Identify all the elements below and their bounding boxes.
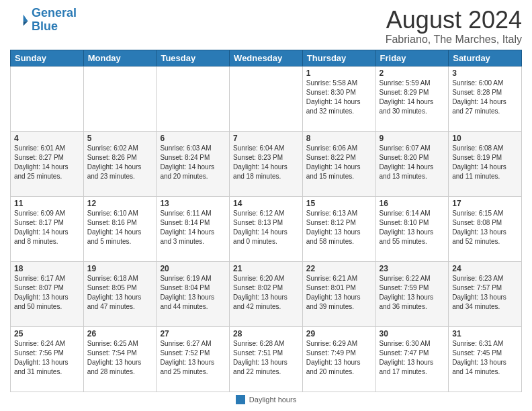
day-info: Sunrise: 6:30 AM Sunset: 7:47 PM Dayligh…	[380, 339, 445, 377]
svg-marker-0	[24, 14, 28, 21]
calendar-cell: 16Sunrise: 6:14 AM Sunset: 8:10 PM Dayli…	[375, 196, 449, 261]
title-block: August 2024 Fabriano, The Marches, Italy	[386, 7, 522, 46]
day-info: Sunrise: 6:12 AM Sunset: 8:13 PM Dayligh…	[233, 209, 299, 246]
day-number: 9	[380, 134, 445, 143]
header-row: SundayMondayTuesdayWednesdayThursdayFrid…	[11, 50, 522, 66]
day-of-week-header: Tuesday	[157, 50, 230, 66]
day-number: 17	[452, 199, 518, 208]
calendar-cell: 6Sunrise: 6:03 AM Sunset: 8:24 PM Daylig…	[157, 131, 230, 196]
calendar-cell: 21Sunrise: 6:20 AM Sunset: 8:02 PM Dayli…	[230, 261, 303, 326]
day-info: Sunrise: 6:00 AM Sunset: 8:28 PM Dayligh…	[452, 79, 518, 116]
calendar-cell: 20Sunrise: 6:19 AM Sunset: 8:04 PM Dayli…	[157, 261, 230, 326]
day-info: Sunrise: 6:09 AM Sunset: 8:17 PM Dayligh…	[14, 209, 80, 246]
calendar-cell	[157, 66, 230, 131]
day-number: 2	[380, 68, 445, 78]
calendar-cell: 24Sunrise: 6:23 AM Sunset: 7:57 PM Dayli…	[449, 261, 522, 326]
calendar-cell: 5Sunrise: 6:02 AM Sunset: 8:26 PM Daylig…	[83, 131, 157, 196]
calendar-cell: 8Sunrise: 6:06 AM Sunset: 8:22 PM Daylig…	[302, 131, 375, 196]
calendar-week-row: 11Sunrise: 6:09 AM Sunset: 8:17 PM Dayli…	[11, 196, 522, 261]
day-info: Sunrise: 6:01 AM Sunset: 8:27 PM Dayligh…	[14, 144, 80, 181]
day-number: 22	[306, 264, 372, 273]
day-number: 24	[452, 264, 518, 273]
day-info: Sunrise: 6:14 AM Sunset: 8:10 PM Dayligh…	[380, 209, 445, 246]
day-number: 26	[87, 329, 153, 338]
day-number: 4	[14, 134, 80, 143]
calendar-week-row: 25Sunrise: 6:24 AM Sunset: 7:56 PM Dayli…	[11, 326, 522, 392]
daylight-swatch	[236, 395, 245, 404]
svg-marker-1	[24, 21, 28, 26]
day-info: Sunrise: 5:59 AM Sunset: 8:29 PM Dayligh…	[380, 79, 445, 116]
day-number: 14	[233, 199, 299, 208]
calendar-week-row: 18Sunrise: 6:17 AM Sunset: 8:07 PM Dayli…	[11, 261, 522, 326]
calendar-cell: 9Sunrise: 6:07 AM Sunset: 8:20 PM Daylig…	[375, 131, 449, 196]
calendar-cell: 11Sunrise: 6:09 AM Sunset: 8:17 PM Dayli…	[11, 196, 84, 261]
day-info: Sunrise: 6:18 AM Sunset: 8:05 PM Dayligh…	[87, 274, 153, 312]
day-number: 7	[233, 134, 299, 143]
calendar-cell: 26Sunrise: 6:25 AM Sunset: 7:54 PM Dayli…	[83, 326, 157, 392]
calendar-cell	[230, 66, 303, 131]
day-of-week-header: Sunday	[11, 50, 84, 66]
day-info: Sunrise: 6:08 AM Sunset: 8:19 PM Dayligh…	[452, 144, 518, 181]
logo-line2: Blue	[32, 19, 58, 33]
calendar-cell: 18Sunrise: 6:17 AM Sunset: 8:07 PM Dayli…	[11, 261, 84, 326]
calendar-cell: 13Sunrise: 6:11 AM Sunset: 8:14 PM Dayli…	[157, 196, 230, 261]
calendar-cell: 23Sunrise: 6:22 AM Sunset: 7:59 PM Dayli…	[375, 261, 449, 326]
day-number: 18	[14, 264, 80, 273]
day-number: 15	[306, 199, 372, 208]
calendar-cell: 7Sunrise: 6:04 AM Sunset: 8:23 PM Daylig…	[230, 131, 303, 196]
day-number: 19	[87, 264, 153, 273]
day-number: 27	[160, 329, 226, 338]
day-info: Sunrise: 6:20 AM Sunset: 8:02 PM Dayligh…	[233, 274, 299, 312]
logo: General Blue	[10, 7, 77, 34]
day-of-week-header: Saturday	[449, 50, 522, 66]
day-number: 23	[380, 264, 445, 273]
day-info: Sunrise: 6:06 AM Sunset: 8:22 PM Dayligh…	[306, 144, 372, 181]
day-info: Sunrise: 6:02 AM Sunset: 8:26 PM Dayligh…	[87, 144, 153, 181]
day-number: 25	[14, 329, 80, 338]
calendar-cell: 22Sunrise: 6:21 AM Sunset: 8:01 PM Dayli…	[302, 261, 375, 326]
day-info: Sunrise: 6:27 AM Sunset: 7:52 PM Dayligh…	[160, 339, 226, 377]
page: General Blue August 2024 Fabriano, The M…	[0, 0, 532, 411]
day-number: 8	[306, 134, 372, 143]
calendar-cell	[11, 66, 84, 131]
day-info: Sunrise: 6:17 AM Sunset: 8:07 PM Dayligh…	[14, 274, 80, 312]
calendar-cell: 28Sunrise: 6:28 AM Sunset: 7:51 PM Dayli…	[230, 326, 303, 392]
calendar-cell: 2Sunrise: 5:59 AM Sunset: 8:29 PM Daylig…	[375, 66, 449, 131]
day-of-week-header: Friday	[375, 50, 449, 66]
calendar-cell: 29Sunrise: 6:29 AM Sunset: 7:49 PM Dayli…	[302, 326, 375, 392]
logo-text: General Blue	[32, 7, 77, 34]
day-info: Sunrise: 6:15 AM Sunset: 8:08 PM Dayligh…	[452, 209, 518, 246]
day-info: Sunrise: 6:03 AM Sunset: 8:24 PM Dayligh…	[160, 144, 226, 181]
logo-icon	[10, 11, 29, 30]
day-number: 11	[14, 199, 80, 208]
calendar-cell: 25Sunrise: 6:24 AM Sunset: 7:56 PM Dayli…	[11, 326, 84, 392]
day-number: 12	[87, 199, 153, 208]
day-info: Sunrise: 6:19 AM Sunset: 8:04 PM Dayligh…	[160, 274, 226, 312]
day-info: Sunrise: 6:07 AM Sunset: 8:20 PM Dayligh…	[380, 144, 445, 181]
day-info: Sunrise: 5:58 AM Sunset: 8:30 PM Dayligh…	[306, 79, 372, 116]
calendar-week-row: 1Sunrise: 5:58 AM Sunset: 8:30 PM Daylig…	[11, 66, 522, 131]
day-info: Sunrise: 6:24 AM Sunset: 7:56 PM Dayligh…	[14, 339, 80, 377]
calendar-cell: 4Sunrise: 6:01 AM Sunset: 8:27 PM Daylig…	[11, 131, 84, 196]
day-number: 10	[452, 134, 518, 143]
day-number: 28	[233, 329, 299, 338]
header: General Blue August 2024 Fabriano, The M…	[10, 7, 522, 46]
calendar-cell: 17Sunrise: 6:15 AM Sunset: 8:08 PM Dayli…	[449, 196, 522, 261]
calendar-cell: 14Sunrise: 6:12 AM Sunset: 8:13 PM Dayli…	[230, 196, 303, 261]
calendar-cell: 15Sunrise: 6:13 AM Sunset: 8:12 PM Dayli…	[302, 196, 375, 261]
day-number: 13	[160, 199, 226, 208]
calendar-cell: 1Sunrise: 5:58 AM Sunset: 8:30 PM Daylig…	[302, 66, 375, 131]
calendar-cell: 31Sunrise: 6:31 AM Sunset: 7:45 PM Dayli…	[449, 326, 522, 392]
calendar-cell: 30Sunrise: 6:30 AM Sunset: 7:47 PM Dayli…	[375, 326, 449, 392]
day-info: Sunrise: 6:21 AM Sunset: 8:01 PM Dayligh…	[306, 274, 372, 312]
calendar-cell: 27Sunrise: 6:27 AM Sunset: 7:52 PM Dayli…	[157, 326, 230, 392]
day-info: Sunrise: 6:31 AM Sunset: 7:45 PM Dayligh…	[452, 339, 518, 377]
day-info: Sunrise: 6:29 AM Sunset: 7:49 PM Dayligh…	[306, 339, 372, 377]
footer: Daylight hours	[10, 392, 522, 404]
day-number: 16	[380, 199, 445, 208]
day-number: 30	[380, 329, 445, 338]
day-info: Sunrise: 6:22 AM Sunset: 7:59 PM Dayligh…	[380, 274, 445, 312]
day-number: 3	[452, 68, 518, 78]
calendar-cell	[83, 66, 157, 131]
day-of-week-header: Wednesday	[230, 50, 303, 66]
